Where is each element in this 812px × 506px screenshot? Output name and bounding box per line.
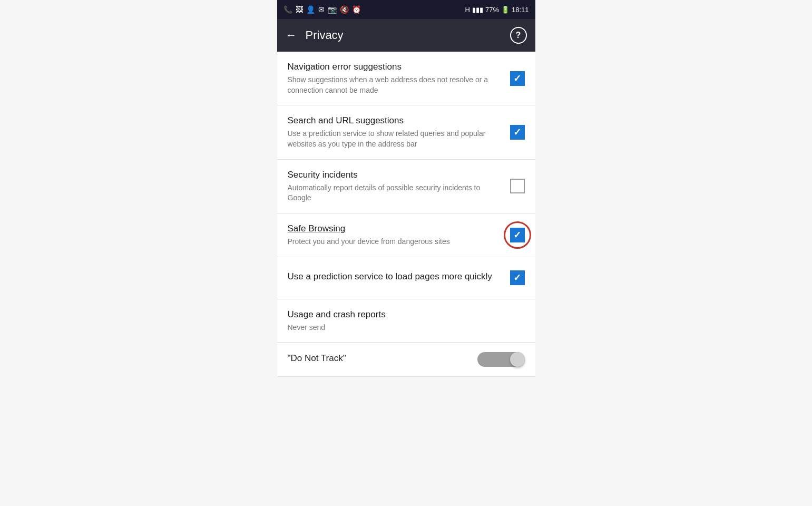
setting-search-url-content: Search and URL suggestions Use a predict…	[288, 115, 510, 149]
search-url-checkbox[interactable]	[510, 125, 525, 140]
instagram-icon: 📷	[328, 5, 337, 14]
setting-nav-error-subtitle: Show suggestions when a web address does…	[288, 75, 502, 95]
image-icon: 🖼	[296, 5, 303, 14]
setting-security-incidents[interactable]: Security incidents Automatically report …	[277, 160, 535, 213]
signal-icon: H	[465, 6, 470, 14]
mute-icon: 🔇	[340, 5, 349, 14]
do-not-track-toggle-thumb	[510, 352, 525, 367]
setting-do-not-track-content: "Do Not Track"	[288, 353, 477, 366]
clock-icon: ⏰	[352, 5, 361, 14]
person-icon: 👤	[306, 5, 315, 14]
setting-search-url-subtitle: Use a prediction service to show related…	[288, 129, 502, 149]
safe-browsing-checkbox[interactable]	[510, 228, 525, 242]
setting-usage-crash[interactable]: Usage and crash reports Never send	[277, 299, 535, 343]
nav-error-checkbox[interactable]	[510, 71, 525, 86]
setting-safe-browsing-subtitle: Protect you and your device from dangero…	[288, 237, 502, 247]
app-header: ← Privacy ?	[277, 19, 535, 52]
status-bar-left: 📞 🖼 👤 ✉ 📷 🔇 ⏰	[283, 5, 361, 14]
msg-icon: ✉	[318, 5, 325, 14]
security-incidents-checkbox-container	[510, 179, 525, 193]
setting-do-not-track-title: "Do Not Track"	[288, 353, 469, 364]
settings-list: Navigation error suggestions Show sugges…	[277, 52, 535, 377]
do-not-track-toggle[interactable]	[477, 352, 525, 367]
prediction-load-checkbox[interactable]	[510, 270, 525, 285]
setting-usage-crash-content: Usage and crash reports Never send	[288, 309, 525, 333]
whatsapp-icon: 📞	[283, 5, 292, 14]
signal-bars: ▮▮▮	[472, 6, 483, 14]
back-button[interactable]: ←	[286, 28, 297, 42]
setting-safe-browsing[interactable]: Safe Browsing Protect you and your devic…	[277, 213, 535, 257]
setting-security-incidents-content: Security incidents Automatically report …	[288, 169, 510, 203]
prediction-load-checkbox-container	[510, 270, 525, 285]
setting-prediction-load[interactable]: Use a prediction service to load pages m…	[277, 257, 535, 299]
setting-prediction-load-content: Use a prediction service to load pages m…	[288, 271, 510, 285]
help-button[interactable]: ?	[510, 27, 527, 44]
setting-nav-error[interactable]: Navigation error suggestions Show sugges…	[277, 52, 535, 105]
setting-prediction-load-title: Use a prediction service to load pages m…	[288, 271, 502, 283]
status-bar: 📞 🖼 👤 ✉ 📷 🔇 ⏰ H ▮▮▮ 77% 🔋 18:11	[277, 0, 535, 19]
setting-nav-error-title: Navigation error suggestions	[288, 61, 502, 73]
time-display: 18:11	[512, 6, 529, 14]
setting-security-incidents-subtitle: Automatically report details of possible…	[288, 183, 502, 203]
safe-browsing-checkbox-wrapper	[510, 228, 525, 242]
security-incidents-checkbox[interactable]	[510, 179, 525, 193]
setting-security-incidents-title: Security incidents	[288, 169, 502, 181]
battery-icon: 🔋	[501, 6, 510, 14]
status-bar-right: H ▮▮▮ 77% 🔋 18:11	[465, 6, 529, 14]
setting-usage-crash-title: Usage and crash reports	[288, 309, 516, 320]
search-url-checkbox-container	[510, 125, 525, 140]
phone-container: 📞 🖼 👤 ✉ 📷 🔇 ⏰ H ▮▮▮ 77% 🔋 18:11 ← Privac…	[277, 0, 535, 377]
setting-safe-browsing-title: Safe Browsing	[288, 223, 502, 235]
setting-usage-crash-subtitle: Never send	[288, 323, 516, 333]
battery-percent: 77%	[485, 6, 499, 14]
setting-safe-browsing-content: Safe Browsing Protect you and your devic…	[288, 223, 510, 247]
setting-nav-error-content: Navigation error suggestions Show sugges…	[288, 61, 510, 95]
header-left: ← Privacy	[286, 28, 344, 42]
setting-search-url-title: Search and URL suggestions	[288, 115, 502, 126]
setting-search-url[interactable]: Search and URL suggestions Use a predict…	[277, 105, 535, 159]
setting-do-not-track[interactable]: "Do Not Track"	[277, 343, 535, 377]
page-title: Privacy	[306, 28, 344, 42]
nav-error-checkbox-container	[510, 71, 525, 86]
